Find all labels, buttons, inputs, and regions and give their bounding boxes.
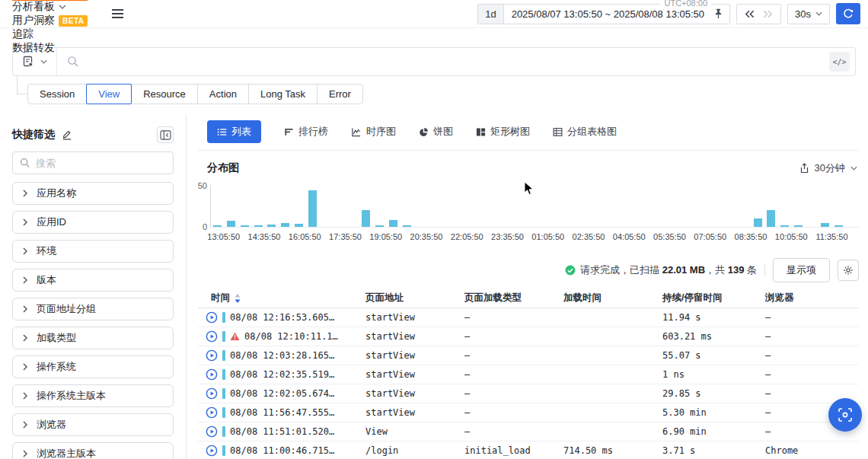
edit-filters-button[interactable] bbox=[61, 129, 73, 141]
chart-bar-slot bbox=[684, 185, 697, 227]
nav-item[interactable]: 追踪 bbox=[12, 27, 88, 41]
chart-bar-slot bbox=[265, 185, 279, 227]
cell-browser: – bbox=[765, 350, 859, 361]
entity-tab[interactable]: Action bbox=[197, 84, 249, 104]
query-input[interactable] bbox=[79, 48, 829, 75]
nav-item[interactable]: 数据转发 bbox=[12, 41, 88, 55]
tab-pie-view[interactable]: 饼图 bbox=[419, 125, 453, 139]
table-row[interactable]: 08/08 12:02:35.519… startView – 1 ns – bbox=[198, 365, 859, 384]
table-row[interactable]: 08/08 11:51:01.520… View – 6.90 min – bbox=[198, 422, 859, 441]
filter-item[interactable]: 版本 bbox=[12, 269, 174, 292]
entity-tab[interactable]: Resource bbox=[131, 84, 198, 104]
table-row[interactable]: 08/08 12:10:11.1… startView – 603.21 ms … bbox=[198, 327, 859, 346]
cell-duration: 5.30 min bbox=[662, 407, 765, 418]
entity-tab[interactable]: Long Task bbox=[248, 84, 318, 104]
cell-url: startView bbox=[365, 369, 464, 380]
tab-ranking-view[interactable]: 排行榜 bbox=[284, 125, 328, 139]
x-tick-label: 23:35:50 bbox=[491, 232, 524, 241]
tab-timeseries-view[interactable]: 时序图 bbox=[351, 125, 396, 139]
sort-icons[interactable] bbox=[235, 294, 241, 303]
cell-url: startView bbox=[365, 312, 464, 323]
entity-tab[interactable]: Session bbox=[27, 84, 87, 104]
result-count: 139 bbox=[728, 264, 745, 276]
nav-item[interactable]: 用户洞察 BETA bbox=[12, 14, 88, 27]
chart-header: 分布图 30分钟 bbox=[207, 161, 857, 175]
code-icon[interactable]: </> bbox=[829, 52, 850, 72]
chevron-right-icon bbox=[23, 218, 27, 226]
show-columns-button[interactable]: 显示项 bbox=[773, 258, 830, 282]
filter-item[interactable]: 页面地址分组 bbox=[12, 298, 174, 320]
menu-icon[interactable] bbox=[110, 6, 125, 21]
content-area: 快捷筛选 应用名称 应用ID 环境 bbox=[0, 114, 868, 459]
chevron-down-icon[interactable] bbox=[850, 166, 857, 171]
x-tick-label: 17:35:50 bbox=[329, 232, 362, 241]
filter-item[interactable]: 浏览器 bbox=[12, 413, 174, 436]
refresh-interval-select[interactable]: 30s bbox=[787, 4, 830, 24]
cell-duration: 6.90 min bbox=[662, 426, 765, 437]
export-icon[interactable] bbox=[799, 163, 809, 174]
table-row[interactable]: 08/08 12:16:53.605… startView – 11.94 s … bbox=[198, 308, 859, 327]
filter-search-input[interactable] bbox=[36, 158, 166, 169]
pin-icon[interactable] bbox=[712, 5, 729, 24]
cell-duration: 3.71 s bbox=[662, 445, 765, 456]
filter-item[interactable]: 加载类型 bbox=[12, 327, 174, 349]
collapse-sidebar-button[interactable] bbox=[157, 126, 174, 143]
tab-label: 分组表格图 bbox=[567, 125, 617, 139]
nav-item[interactable]: 分析看板 bbox=[12, 0, 88, 14]
range-preset[interactable]: 1d bbox=[478, 5, 503, 24]
entity-tab[interactable]: Error bbox=[317, 84, 363, 104]
x-tick-label: 08:35:50 bbox=[735, 232, 767, 241]
tab-list-view[interactable]: 列表 bbox=[207, 120, 261, 143]
chart-bar-slot bbox=[630, 185, 643, 227]
filter-item[interactable]: 应用名称 bbox=[12, 182, 174, 205]
x-tick-label: 22:05:50 bbox=[451, 232, 483, 241]
play-icon[interactable] bbox=[206, 368, 218, 381]
filter-item-label: 页面地址分组 bbox=[37, 302, 96, 316]
play-icon[interactable] bbox=[206, 426, 218, 438]
play-icon[interactable] bbox=[206, 406, 218, 419]
table-row[interactable]: 08/08 11:00:46.715… /login initial_load … bbox=[198, 441, 859, 459]
settings-button[interactable] bbox=[838, 260, 859, 281]
filter-item[interactable]: 应用ID bbox=[12, 211, 174, 234]
scan-status-text: 请求完成，已扫描 22.01 MB，共 139 条 bbox=[580, 263, 757, 277]
bucket-interval-select[interactable]: 30分钟 bbox=[815, 161, 845, 175]
capture-fab-button[interactable] bbox=[828, 398, 862, 432]
tab-grouped-table-view[interactable]: 分组表格图 bbox=[553, 125, 617, 139]
date-range-picker[interactable]: UTC+08:00 1d 2025/08/07 13:05:50 ~ 2025/… bbox=[477, 4, 730, 24]
severity-bar bbox=[222, 369, 225, 380]
chart-bar-slot bbox=[346, 185, 359, 227]
table-row[interactable]: 08/08 12:02:05.674… startView – 29.85 s … bbox=[198, 384, 859, 403]
cell-browser: – bbox=[765, 331, 859, 342]
filter-item[interactable]: 浏览器主版本 bbox=[12, 442, 174, 459]
play-icon[interactable] bbox=[206, 311, 218, 324]
chart-bar bbox=[281, 223, 289, 227]
filter-item[interactable]: 操作系统 bbox=[12, 355, 174, 378]
chart-title: 分布图 bbox=[207, 161, 239, 175]
chart-bar-slot bbox=[427, 185, 441, 227]
table-row[interactable]: 08/08 12:03:28.165… startView – 55.07 s … bbox=[198, 346, 859, 365]
chart-bar bbox=[780, 225, 789, 227]
step-back-button[interactable] bbox=[742, 8, 757, 20]
chart-bar-slot bbox=[562, 185, 576, 227]
refresh-button[interactable] bbox=[836, 3, 860, 24]
play-icon[interactable] bbox=[206, 349, 218, 362]
nav-item-label: 用户洞察 bbox=[12, 14, 55, 27]
table-row[interactable]: 08/08 11:56:47.555… startView – 5.30 min… bbox=[198, 403, 859, 422]
filter-item[interactable]: 操作系统主版本 bbox=[12, 384, 174, 407]
chevron-right-icon bbox=[23, 190, 27, 197]
grouped-table-icon bbox=[553, 127, 563, 137]
entity-tab[interactable]: View bbox=[86, 84, 132, 104]
y-tick-label: 0 bbox=[203, 222, 207, 231]
tab-treemap-view[interactable]: 矩形树图 bbox=[476, 125, 530, 139]
chart-bar-slot bbox=[670, 185, 684, 227]
play-icon[interactable] bbox=[206, 387, 218, 400]
step-forward-button[interactable] bbox=[761, 8, 775, 20]
entity-tab-label: Session bbox=[40, 88, 75, 100]
filter-item[interactable]: 环境 bbox=[12, 240, 174, 263]
play-icon[interactable] bbox=[206, 330, 218, 343]
chart-bar-slot bbox=[373, 185, 387, 227]
warning-icon bbox=[230, 332, 240, 341]
play-icon[interactable] bbox=[206, 445, 218, 457]
cell-url: startView bbox=[365, 331, 464, 342]
nav-item-label: 数据转发 bbox=[12, 41, 55, 55]
